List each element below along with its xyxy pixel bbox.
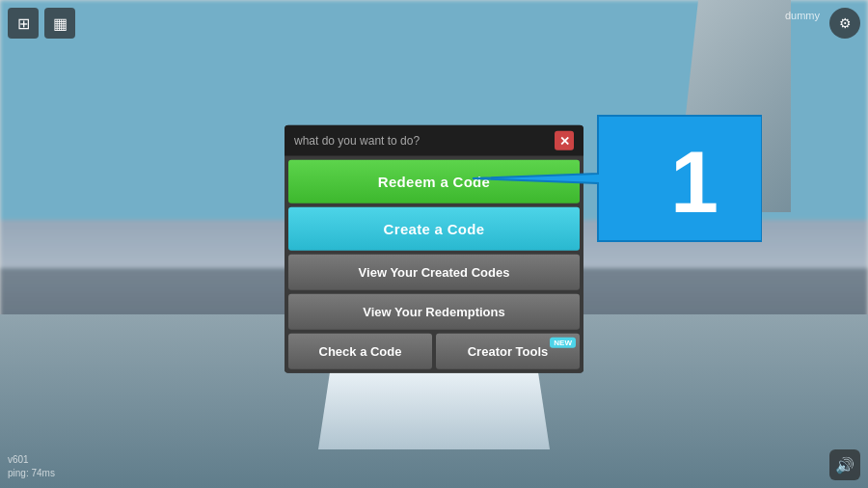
creator-tools-label: Creator Tools (468, 344, 549, 359)
platform-shape (318, 372, 550, 449)
menu-icon: ⊞ (17, 14, 30, 33)
settings-button[interactable]: ⚙ (829, 8, 860, 39)
check-code-button[interactable]: Check a Code (288, 334, 432, 369)
view-created-codes-button[interactable]: View Your Created Codes (288, 255, 580, 290)
sound-icon: 🔊 (835, 456, 854, 474)
version-info: v601 ping: 74ms (8, 453, 55, 480)
inventory-icon: ▦ (53, 14, 68, 33)
new-badge: NEW (550, 338, 576, 348)
tutorial-arrow: 1 (473, 106, 762, 251)
modal-title: what do you want to do? (294, 134, 420, 148)
menu-button[interactable]: ⊞ (8, 8, 39, 39)
username-label: dummy (785, 10, 820, 21)
settings-icon: ⚙ (839, 15, 852, 31)
svg-text:1: 1 (670, 134, 719, 230)
view-redemptions-button[interactable]: View Your Redemptions (288, 294, 580, 330)
creator-tools-button[interactable]: Creator Tools NEW (436, 334, 580, 369)
top-right-controls: ⚙ (829, 8, 860, 39)
top-left-controls: ⊞ ▦ (8, 8, 75, 39)
sound-button[interactable]: 🔊 (829, 449, 860, 480)
ping-info: ping: 74ms (8, 467, 55, 480)
version-number: v601 (8, 453, 55, 467)
inventory-button[interactable]: ▦ (44, 8, 75, 39)
bottom-button-row: Check a Code Creator Tools NEW (288, 334, 580, 369)
